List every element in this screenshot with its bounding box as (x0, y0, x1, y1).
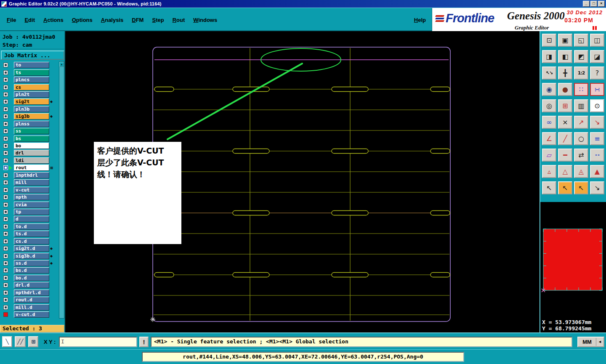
layer-button[interactable]: mill (14, 179, 49, 186)
tool-center-view[interactable]: ╋ (558, 66, 572, 80)
layer-visibility-checkbox[interactable] (3, 158, 8, 163)
layer-button[interactable]: cs (14, 84, 49, 90)
tool-line-tool[interactable]: ╱ (558, 132, 572, 145)
layer-visibility-checkbox[interactable] (3, 122, 8, 126)
layer-visibility-checkbox[interactable] (3, 202, 8, 207)
alert-button[interactable]: ! (139, 337, 149, 347)
dual-line-mode-button[interactable]: ╱╱ (15, 336, 26, 347)
layer-visibility-checkbox[interactable] (3, 165, 8, 170)
layer-visibility-checkbox[interactable] (3, 143, 8, 148)
tool-measure-ruler[interactable]: ▥ (574, 99, 588, 112)
tool-triangle-filled[interactable]: ▲ (590, 165, 604, 178)
layer-button[interactable]: ldi (14, 157, 49, 164)
tool-clip-window[interactable]: ⊡ (542, 34, 556, 47)
units-dropdown[interactable]: MM ◄ (577, 337, 604, 347)
layer-button[interactable]: cs.d (14, 238, 49, 244)
layer-visibility-checkbox[interactable] (3, 298, 8, 302)
layer-button[interactable]: ts.d (14, 231, 49, 237)
tool-zoom-out-step[interactable]: △ (558, 165, 572, 178)
tool-snap-target[interactable]: ◎ (542, 99, 556, 112)
tool-zoom-extents[interactable]: ↖↘ (542, 66, 556, 80)
tool-transform-tool[interactable]: ⇄ (574, 149, 588, 162)
tool-layer-color-map[interactable]: ∷ (574, 83, 588, 96)
job-matrix-button[interactable]: Job Matrix ... (1, 50, 64, 60)
tool-select-notes[interactable]: ↘ (590, 181, 604, 194)
tool-pan-right[interactable]: ◨ (542, 50, 556, 63)
tool-split-view[interactable]: ◫ (590, 34, 604, 47)
layer-visibility-checkbox[interactable] (3, 99, 8, 104)
scroll-up-button[interactable]: ▲ (59, 62, 64, 67)
layer-button[interactable]: 1npthdrl (14, 172, 49, 178)
line-mode-button[interactable]: ╲ (2, 336, 12, 347)
layer-visibility-checkbox[interactable] (3, 217, 8, 221)
tool-pan-left[interactable]: ◧ (558, 50, 572, 63)
tool-select-query[interactable]: ↖ (574, 181, 588, 194)
tool-copy-feature[interactable]: ↘ (590, 116, 604, 129)
layer-button[interactable]: pln2t (14, 91, 49, 98)
menu-analysis[interactable]: Analysis (97, 15, 128, 25)
layer-visibility-checkbox[interactable] (3, 312, 8, 317)
layer-button[interactable]: to.d (14, 223, 49, 230)
layer-visibility-checkbox[interactable] (3, 114, 8, 119)
tool-redraw-view[interactable]: ◩ (574, 50, 588, 63)
tool-net-connect[interactable]: ∞ (542, 116, 556, 129)
layer-visibility-checkbox[interactable] (3, 283, 8, 287)
layer-button[interactable]: ss (14, 128, 49, 134)
layer-visibility-checkbox[interactable] (3, 239, 8, 244)
layer-visibility-checkbox[interactable] (3, 268, 8, 273)
layer-button[interactable]: npthdrl.d (14, 290, 49, 296)
layer-button[interactable]: to (14, 62, 49, 68)
layer-button[interactable]: bo (14, 143, 49, 149)
tool-corner-zoom[interactable]: ◱ (574, 34, 588, 47)
navigator-extent-box[interactable] (543, 229, 602, 290)
tool-full-view[interactable]: ▣ (558, 34, 572, 47)
layer-visibility-checkbox[interactable] (3, 305, 8, 310)
layer-visibility-checkbox[interactable] (3, 173, 8, 178)
close-button[interactable]: × (598, 1, 605, 7)
tool-select-highlight[interactable]: ↖ (558, 181, 572, 194)
menu-dfm[interactable]: DFM (128, 15, 148, 25)
tool-surface-tool[interactable]: ▱ (542, 149, 556, 162)
layer-visibility-checkbox[interactable] (3, 107, 8, 112)
layer-button[interactable]: plncs (14, 77, 49, 83)
tool-pad-highlight[interactable]: ⊙ (590, 99, 604, 112)
layer-visibility-checkbox[interactable] (3, 85, 8, 90)
layer-button[interactable]: v-cut.d (14, 311, 49, 318)
layer-button[interactable]: cvia (14, 202, 49, 208)
graphic-canvas[interactable]: 客户提供的V-CUT 层少了此条V-CUT 线！请确认！ (65, 31, 540, 332)
layer-visibility-checkbox[interactable] (3, 180, 8, 185)
tool-display-mode[interactable]: ◉ (542, 83, 556, 96)
tool-delete-feature[interactable]: × (558, 116, 572, 129)
navigator-panel[interactable] (540, 202, 606, 319)
tool-overlay-layers[interactable]: ⊞ (558, 99, 572, 112)
xy-coordinate-input[interactable]: I (59, 337, 137, 347)
layer-visibility-checkbox[interactable] (3, 224, 8, 229)
layer-visibility-checkbox[interactable] (3, 77, 8, 82)
layer-visibility-checkbox[interactable] (3, 129, 8, 133)
menu-windows[interactable]: Windows (189, 15, 221, 25)
layer-button[interactable]: sig2t.d (14, 245, 49, 252)
menu-help[interactable]: Help (409, 15, 431, 25)
minimize-button[interactable]: _ (583, 1, 590, 7)
layer-visibility-checkbox[interactable] (3, 151, 8, 155)
menu-options[interactable]: Options (68, 15, 97, 25)
tool-triangle-ratio[interactable]: ◬ (574, 165, 588, 178)
layer-button[interactable]: sig2t (14, 98, 49, 105)
layer-visibility-checkbox[interactable] (3, 70, 8, 75)
menu-step[interactable]: Step (148, 15, 168, 25)
layer-visibility-checkbox[interactable] (3, 210, 8, 214)
layer-button[interactable]: pln3b (14, 106, 49, 112)
layer-button[interactable]: ss.d (14, 260, 49, 266)
layer-scrollbar[interactable]: ▲ (59, 61, 64, 319)
tool-context-help[interactable]: ? (590, 66, 604, 80)
tool-layer-pattern-map[interactable]: ∺ (590, 83, 604, 96)
tool-fill-tool[interactable]: ≡ (590, 132, 604, 145)
layer-button[interactable]: ts (14, 69, 49, 76)
layer-button[interactable]: tp (14, 209, 49, 215)
layer-button[interactable]: npth (14, 194, 49, 200)
tool-zoom-ratio[interactable]: 1:2 (574, 66, 588, 80)
layer-visibility-checkbox[interactable] (3, 290, 8, 295)
layer-button[interactable]: drl.d (14, 282, 49, 288)
tool-arc-tool[interactable]: ○ (574, 132, 588, 145)
layer-visibility-checkbox[interactable] (3, 136, 8, 141)
